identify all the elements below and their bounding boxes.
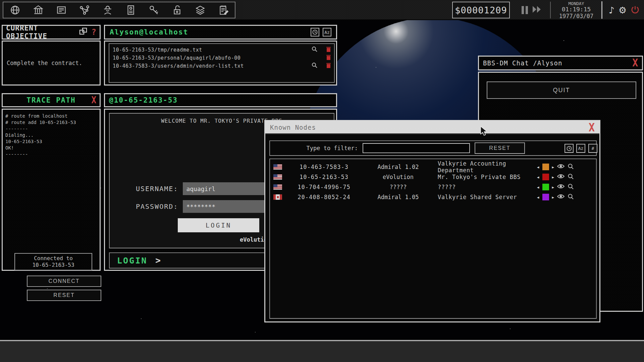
node-version: Admiral 1.05 [363,194,434,200]
trace-panel-body: # route from localhost # route add 10-65… [2,109,101,271]
node-row[interactable]: 10-704-4996-75 ????? ????? ◂ ▸ [270,182,596,192]
filter-reset-button[interactable]: RESET [475,142,525,154]
key-icon[interactable] [148,4,160,16]
sort-az-button[interactable]: Az [576,144,585,153]
node-version: ????? [363,184,434,190]
sort-time-button[interactable] [311,28,319,37]
file-path: 10-463-7583-3/users/admin/vendor-list.tx… [113,63,312,69]
network-icon[interactable] [78,4,91,16]
file-row[interactable]: 10-463-7583-3/users/admin/vendor-list.tx… [109,62,334,70]
watch-node-icon[interactable] [557,194,565,200]
flag-ca-icon [273,194,282,200]
software-icon[interactable] [194,4,207,16]
flag-us-icon [273,184,282,190]
color-prev-arrow[interactable]: ◂ [537,195,539,200]
node-name: Mr. Tokyo's Private BBS [434,174,537,180]
system-icons: ♪ ⚙ [605,2,643,18]
sort-number-button[interactable]: # [588,144,597,153]
view-file-icon[interactable] [312,46,318,54]
clock-date: 1977/03/07 [552,13,601,19]
chevron-right-icon: > [155,255,161,265]
node-row[interactable]: 10-463-7583-3 Admiral 1.02 Valkyrie Acco… [270,162,596,172]
settings-gear-icon[interactable]: ⚙ [619,5,627,15]
node-row[interactable]: 10-65-2163-53 eVolution Mr. Tokyo's Priv… [270,172,596,182]
sort-az-button[interactable]: Az [323,28,331,37]
time-controls [513,2,551,18]
trace-panel-header: TRACE PATH X [2,93,101,107]
watch-node-icon[interactable] [557,164,565,170]
known-nodes-title: Known Nodes [270,124,316,131]
trace-log-line: # route add 10-65-2163-53 [5,119,97,126]
inspect-node-icon[interactable] [568,173,574,181]
color-next-arrow[interactable]: ▸ [552,195,554,200]
color-next-arrow[interactable]: ▸ [552,175,554,180]
watch-node-icon[interactable] [557,174,565,180]
color-prev-arrow[interactable]: ◂ [537,165,539,170]
inspect-node-icon[interactable] [568,193,574,201]
trace-log-line: -------- [5,126,97,132]
music-icon[interactable]: ♪ [609,5,614,15]
color-next-arrow[interactable]: ▸ [552,165,554,170]
node-color-swatch[interactable] [542,164,549,170]
delete-file-icon[interactable] [326,47,331,53]
sort-time-button[interactable] [565,144,574,153]
view-file-icon[interactable] [312,62,318,70]
clock-day: MONDAY [552,1,601,6]
inspect-node-icon[interactable] [568,183,574,191]
power-icon[interactable] [631,5,640,15]
login-button[interactable]: LOGIN [178,218,259,232]
notes-icon[interactable] [217,4,230,16]
inspect-node-icon[interactable] [568,163,574,171]
file-path: 10-65-2163-53/personal/aquagirl/abufo-00 [113,55,312,61]
node-color-swatch[interactable] [542,194,549,200]
broken-lock-icon[interactable] [171,4,183,16]
watch-node-icon[interactable] [557,184,565,190]
files-panel-title: Alyson@localhost [110,28,188,36]
node-color-swatch[interactable] [542,174,549,180]
node-number: 10-704-4996-75 [285,184,363,190]
delete-file-icon[interactable] [326,55,331,61]
close-icon[interactable]: X [632,58,638,68]
bbs-panel-header: @10-65-2163-53 [104,93,337,107]
clock-display: MONDAY 01:19:15 1977/03/07 [552,1,601,19]
color-next-arrow[interactable]: ▸ [552,185,554,190]
bank-icon[interactable] [32,4,45,16]
pause-button[interactable] [522,6,528,14]
help-icon[interactable]: ? [92,27,96,37]
fast-forward-button[interactable] [533,6,541,14]
color-prev-arrow[interactable]: ◂ [537,185,539,190]
node-row[interactable]: 20-408-8052-24 Admiral 1.05 Valkyrie Sha… [270,192,596,202]
node-version: Admiral 1.02 [363,164,434,170]
topbar-divider [601,1,602,19]
trace-log-line: OK! [5,145,97,151]
node-number: 20-408-8052-24 [285,194,363,200]
quit-button[interactable]: QUIT [487,81,636,99]
windows-icon[interactable] [79,27,88,37]
close-icon[interactable]: X [92,96,96,105]
news-icon[interactable] [55,4,68,16]
trace-log-line: -------- [5,151,97,158]
node-name: Valkyrie Shared Server [434,194,537,200]
objective-title: CURRENT OBJECTIVE [6,24,79,40]
trace-reset-button[interactable]: RESET [27,290,101,301]
color-prev-arrow[interactable]: ◂ [537,175,539,180]
delete-file-icon[interactable] [326,63,331,69]
files-panel-body: 10-65-2163-53/tmp/readme.txt 10-65-2163-… [104,41,337,85]
password-field[interactable] [183,200,264,213]
connect-button[interactable]: CONNECT [27,276,101,287]
node-name: Valkyrie Accounting Department [434,160,537,174]
filter-input[interactable] [363,143,470,153]
username-field[interactable] [183,182,264,195]
spy-icon[interactable] [101,4,114,16]
id-card-icon[interactable] [124,4,137,16]
file-row[interactable]: 10-65-2163-53/tmp/readme.txt [109,46,334,54]
world-icon[interactable] [9,4,21,16]
known-nodes-titlebar[interactable]: Known Nodes X [265,121,599,134]
chat-panel-header: BBS-DM Chat /Alyson X [478,56,643,70]
password-label: PASSWORD: [136,202,178,210]
file-row[interactable]: 10-65-2163-53/personal/aquagirl/abufo-00 [109,54,334,62]
connection-status-box: Connected to 10-65-2163-53 [14,253,92,270]
node-color-swatch[interactable] [542,184,549,190]
close-icon[interactable]: X [589,121,595,133]
status-line: Connected to [34,255,73,262]
